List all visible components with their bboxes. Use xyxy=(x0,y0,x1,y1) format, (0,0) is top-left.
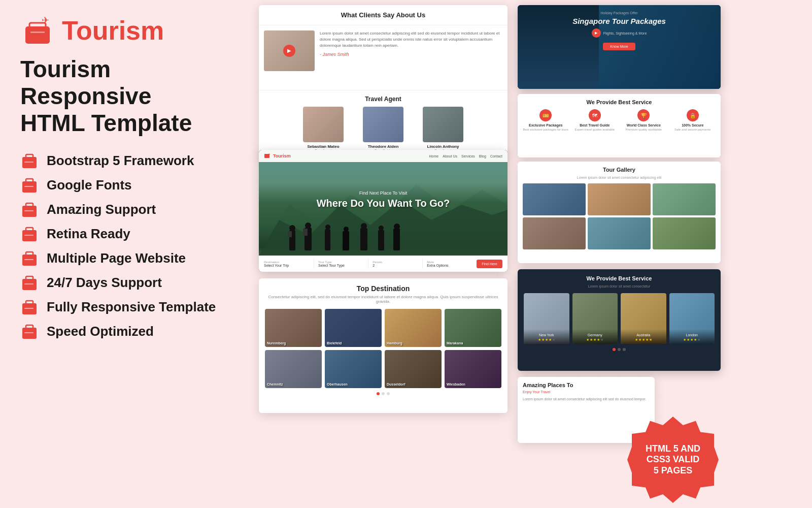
hero-dark-badge: Holiday Packages Offer xyxy=(525,11,714,15)
agent-card-0: Sebastian Mateo Tour Agent xyxy=(295,107,351,152)
destinations-subtitle: Consectetur adipiscing elit, sed do eius… xyxy=(265,295,501,304)
search-person[interactable]: Person 2 xyxy=(373,261,418,267)
find-button[interactable]: Find Here xyxy=(477,260,502,268)
dest-label-wiesbaden: Wiesbaden xyxy=(447,383,465,386)
svg-rect-40 xyxy=(378,230,384,250)
stars-newyork: ★ ★ ★ ★ ★ xyxy=(526,338,567,342)
service-desc-1: Expert travel guides available xyxy=(572,128,618,131)
svg-rect-24 xyxy=(24,308,33,309)
testimonials-title: What Clients Say About Us xyxy=(259,5,507,25)
nav-link-contact[interactable]: Contact xyxy=(490,154,502,158)
service-item-0: 🎫 Exclusive Packages Best exclusive pack… xyxy=(523,109,569,131)
nav-link-about[interactable]: About Us xyxy=(443,154,457,158)
nav-link-home[interactable]: Home xyxy=(429,154,439,158)
screenshot-best-service: We Provide Best Service Lorem ipsum dolo… xyxy=(518,269,721,371)
testimonial-video-thumb: ▶ xyxy=(264,30,315,71)
svg-rect-18 xyxy=(24,259,33,260)
service-desc-0: Best exclusive packages for tours xyxy=(523,128,569,131)
search-tour-type[interactable]: Tour Type Select Tour Type xyxy=(318,261,364,267)
dest-label-chemnitz: Chemnitz xyxy=(267,383,283,386)
dot-3 xyxy=(387,392,390,395)
dest-cell-marakana: Marakana xyxy=(445,309,501,347)
svg-rect-6 xyxy=(24,162,33,163)
suitcase-icon-google-fonts xyxy=(20,176,39,195)
hero-main-title: Where Do You Want To Go? xyxy=(259,198,507,209)
screenshot-gallery: Tour Gallery Lorem ipsum dolor sit amet … xyxy=(518,162,721,263)
svg-rect-26 xyxy=(26,325,33,329)
svg-point-33 xyxy=(305,223,311,229)
service-name-3: 100% Secure xyxy=(670,123,716,127)
svg-rect-9 xyxy=(24,186,33,187)
screenshot-amazing-places: Amazing Places To Enjoy Your Travel Lore… xyxy=(518,377,655,443)
agent-name-1: Theodore Aiden xyxy=(355,144,411,149)
svg-rect-0 xyxy=(25,26,50,44)
gallery-subtitle: Lorem ipsum dolor sit amet consectetur a… xyxy=(523,176,716,179)
svg-rect-2 xyxy=(30,31,45,33)
main-title: Tourism Responsive HTML Template xyxy=(20,56,244,137)
gallery-cell-5 xyxy=(653,217,716,249)
feature-item-support247: 24/7 Days Support xyxy=(20,274,244,292)
gallery-title: Tour Gallery xyxy=(523,167,716,173)
agent-name-0: Sebastian Mateo xyxy=(295,144,351,149)
svg-point-37 xyxy=(344,227,349,232)
destinations-title: Top Destination xyxy=(265,284,501,293)
hero-dark-cta[interactable]: Know More xyxy=(603,43,635,50)
hero-text-overlay: Find Next Place To Visit Where Do You Wa… xyxy=(259,190,507,209)
feature-item-speed: Speed Optimized xyxy=(20,323,244,341)
bs-dot-3 xyxy=(623,348,626,351)
logo-area: ✈ Tourism xyxy=(20,15,244,46)
svg-text:✈: ✈ xyxy=(268,153,270,156)
service-name-0: Exclusive Packages xyxy=(523,123,569,127)
dest-cell-hamburg: Hamburg xyxy=(385,309,442,347)
play-button-icon: ▶ xyxy=(592,28,601,38)
svg-rect-23 xyxy=(26,301,33,304)
brand-name: Tourism xyxy=(62,15,164,46)
svg-rect-38 xyxy=(360,228,367,250)
city-label-australia: Australia ★ ★ ★ ★ ★ xyxy=(621,329,666,344)
svg-rect-17 xyxy=(26,252,33,256)
service-item-2: 🏆 World Class Service Premium quality wo… xyxy=(621,109,667,131)
dot-active xyxy=(377,392,380,395)
gallery-grid xyxy=(523,183,716,249)
svg-point-41 xyxy=(379,226,384,231)
suitcase-icon-support247 xyxy=(20,274,39,292)
hero-search-bar: Destination Select Your Trip Tour Type S… xyxy=(259,256,507,272)
bestservice-card-australia: Australia ★ ★ ★ ★ ★ xyxy=(621,293,666,344)
svg-rect-34 xyxy=(325,229,330,250)
dest-cell-wiesbaden: Wiesbaden xyxy=(445,350,501,388)
dest-cell-oberhausen: Oberhausen xyxy=(325,350,382,388)
svg-rect-14 xyxy=(26,228,33,231)
stars-australia: ★ ★ ★ ★ ★ xyxy=(623,338,664,342)
service-name-1: Best Travel Guide xyxy=(572,123,618,127)
features-list: Bootstrap 5 Framework Google Fonts Amazi… xyxy=(20,152,244,341)
search-more[interactable]: More Extra Options xyxy=(427,261,472,267)
service-desc-3: Safe and secure payments xyxy=(670,128,716,131)
city-label-london: London ★ ★ ★ ★ ★ xyxy=(669,329,715,344)
services-grid: 🎫 Exclusive Packages Best exclusive pack… xyxy=(523,109,716,131)
nav-logo: Tourism xyxy=(273,153,291,158)
dest-label-oberhausen: Oberhausen xyxy=(327,383,348,386)
agent-name-2: Lincoln Anthony xyxy=(415,144,471,149)
services-title: We Provide Best Service xyxy=(523,99,716,105)
nav-link-services[interactable]: Services xyxy=(461,154,475,158)
screenshot-services: We Provide Best Service 🎫 Exclusive Pack… xyxy=(518,94,721,157)
testimonial-signature: - James Smith xyxy=(320,52,502,57)
search-destination[interactable]: Destination Select Your Trip xyxy=(264,261,310,267)
testimonial-text: Lorem ipsum dolor sit amet consectetur a… xyxy=(320,30,502,49)
nav-link-blog[interactable]: Blog xyxy=(479,154,486,158)
feature-item-bootstrap: Bootstrap 5 Framework xyxy=(20,152,244,170)
feature-item-retina-ready: Retina Ready xyxy=(20,225,244,243)
stars-germany: ★ ★ ★ ★ ★ xyxy=(574,338,616,342)
hero-dark-play-text: Flights, Sightseeing & More xyxy=(603,31,647,35)
dest-label-nuremberg: Nuremberg xyxy=(267,341,286,345)
suitcase-icon-bootstrap xyxy=(20,152,39,170)
service-desc-2: Premium quality worldwide xyxy=(621,128,667,131)
gallery-cell-1 xyxy=(588,183,651,215)
dest-cell-nuremberg: Nuremberg xyxy=(265,309,322,347)
service-icon-3: 🔒 xyxy=(687,109,699,121)
bestservice-title: We Provide Best Service xyxy=(524,275,715,281)
service-icon-1: 🗺 xyxy=(589,109,601,121)
dest-label-marakana: Marakana xyxy=(447,341,463,345)
dest-cell-chemnitz: Chemnitz xyxy=(265,350,322,388)
dest-label-dusseldorf: Dusseldorf xyxy=(387,383,405,386)
